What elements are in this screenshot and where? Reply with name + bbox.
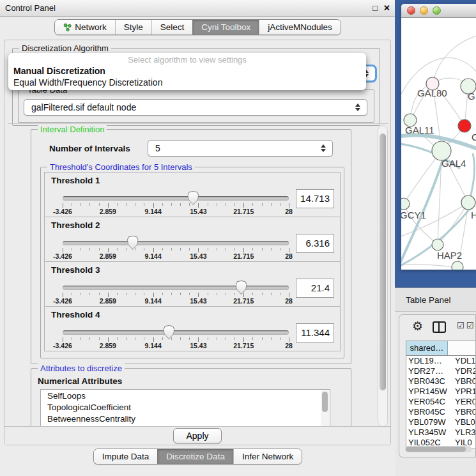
stepper-icon — [355, 103, 361, 112]
tick-mark — [234, 248, 235, 250]
cell-name: YDL1 — [452, 356, 476, 366]
tab-style[interactable]: Style — [115, 20, 151, 35]
panel-scrollbar[interactable] — [378, 125, 388, 427]
number-of-intervals-value: 5 — [155, 141, 160, 156]
tick-mark — [243, 203, 244, 208]
gear-icon[interactable]: ⚙ — [412, 319, 423, 334]
apply-bar: Apply — [4, 426, 390, 445]
scale-label: -3.426 — [53, 297, 72, 305]
network-node — [452, 261, 463, 270]
tab-discretize-data-label: Discretize Data — [166, 452, 225, 461]
slider-track[interactable] — [63, 196, 289, 201]
close-icon[interactable]: ✕ — [383, 0, 390, 17]
tab-infer-network-label: Infer Network — [242, 452, 293, 461]
cell-name: YDR2 — [452, 366, 476, 376]
slider-track[interactable] — [63, 286, 289, 290]
network-node-label: GCY1 — [401, 210, 426, 220]
tick-mark — [289, 293, 289, 297]
slider-scale: -3.4262.8599.14415.4321.71528 — [63, 297, 289, 305]
tick-mark — [99, 203, 100, 206]
network-node — [432, 239, 443, 250]
tab-impute-data[interactable]: Impute Data — [94, 449, 158, 464]
tick-mark — [271, 248, 272, 250]
split-view-icon[interactable] — [433, 321, 446, 333]
dropdown-item-manual-discretization[interactable]: Manual Discretization — [8, 65, 366, 77]
mac-close-icon[interactable] — [407, 6, 415, 15]
attribute-item[interactable]: TopologicalCoefficient — [41, 401, 330, 413]
float-window-icon[interactable]: □ — [372, 0, 378, 17]
threshold-value-field[interactable]: 11.344 — [296, 323, 334, 342]
tick-mark — [117, 293, 118, 295]
table-row[interactable]: YBR043CYBR0 — [406, 376, 476, 387]
threshold-panel: Threshold 1-3.4262.8599.14415.4321.71528… — [44, 172, 341, 217]
scale-label: 2.859 — [100, 342, 116, 349]
table-data-combobox[interactable]: galFiltered.sif default node — [24, 99, 367, 116]
tick-mark — [280, 293, 280, 295]
tick-mark — [171, 203, 172, 206]
list-scrollbar[interactable] — [321, 390, 329, 427]
tab-discretize-data[interactable]: Discretize Data — [157, 449, 233, 464]
apply-button[interactable]: Apply — [173, 428, 221, 443]
tick-mark — [262, 337, 263, 340]
tick-mark — [126, 248, 127, 250]
attribute-item[interactable]: SelfLoops — [41, 390, 330, 401]
network-window-titlebar — [401, 4, 476, 18]
threshold-panel: Threshold 3-3.4262.8599.14415.4321.71528… — [44, 261, 341, 307]
threshold-value-field[interactable]: 6.316 — [296, 234, 334, 253]
scale-label: 28 — [285, 342, 293, 349]
scale-label: -3.426 — [53, 252, 72, 260]
table-horizontal-scrollbar[interactable] — [405, 446, 472, 452]
tick-mark — [234, 337, 235, 340]
tick-mark — [162, 337, 163, 340]
threshold-panel: Threshold 4-3.4262.8599.14415.4321.71528… — [44, 306, 341, 351]
tick-mark — [252, 203, 253, 206]
scale-label: -3.426 — [53, 208, 72, 215]
mac-zoom-icon[interactable] — [433, 6, 441, 15]
number-of-intervals-combobox[interactable]: 5 — [148, 140, 333, 157]
slider-track[interactable] — [63, 241, 289, 245]
tab-infer-network[interactable]: Infer Network — [233, 449, 302, 464]
column-header-shared[interactable]: shared… — [406, 341, 448, 355]
stepper-icon — [321, 144, 326, 153]
table-row[interactable]: YDR27…YDR2 — [406, 366, 476, 376]
tick-mark — [126, 293, 127, 295]
cell-name: YER0 — [452, 397, 476, 407]
attribute-item[interactable]: BetweennessCentrality — [41, 413, 330, 424]
tick-mark — [162, 203, 163, 206]
table-row[interactable]: YBL079WYBL0 — [406, 417, 476, 427]
tick-mark — [153, 293, 154, 297]
dropdown-item-equal-width-frequency[interactable]: Equal Width/Frequency Discretization — [8, 77, 366, 88]
tab-select[interactable]: Select — [151, 20, 193, 35]
tick-mark — [153, 248, 154, 252]
table-row[interactable]: YLR345WYLR3 — [406, 427, 476, 438]
table-row[interactable]: YDL19…YDL1 — [406, 356, 476, 366]
interval-definition-group: Interval Definition Number of Intervals … — [31, 129, 351, 364]
tick-mark — [180, 293, 181, 295]
tick-mark — [63, 203, 63, 208]
tab-jactivemnodules[interactable]: jActiveMNodules — [259, 20, 341, 35]
column-header-name[interactable]: n — [448, 341, 476, 355]
tick-mark — [234, 293, 235, 295]
threshold-value-field[interactable]: 14.713 — [296, 189, 334, 208]
tab-network[interactable]: Network — [55, 20, 115, 35]
attributes-group: Attributes to discretize Numerical Attri… — [31, 368, 351, 427]
tick-mark — [226, 203, 226, 206]
network-canvas[interactable]: GAL80GCGAL11GAL4GCY1HHAP2 — [401, 18, 476, 270]
threshold-value-field[interactable]: 21.4 — [296, 279, 334, 298]
number-of-intervals-label: Number of Intervals — [49, 144, 130, 153]
slider-track[interactable] — [63, 330, 289, 335]
scale-label: 21.715 — [233, 208, 254, 215]
tab-cyni-toolbox-label: Cyni Toolbox — [201, 22, 250, 32]
table-row[interactable]: YPR145WYPR1 — [406, 387, 476, 397]
table-row[interactable]: YER054CYER0 — [406, 397, 476, 407]
tick-mark — [63, 337, 63, 342]
table-rows: YDL19…YDL1YDR27…YDR2YBR043CYBR0YPR145WYP… — [406, 356, 476, 448]
tab-cyni-toolbox[interactable]: Cyni Toolbox — [192, 20, 259, 35]
tick-mark — [252, 337, 253, 340]
mac-minimize-icon[interactable] — [420, 6, 428, 15]
scale-label: 2.859 — [100, 252, 116, 260]
checkbox-icons[interactable]: ☑☑ — [457, 321, 475, 330]
table-row[interactable]: YBR045CYBR0 — [406, 407, 476, 417]
tick-mark — [289, 248, 289, 252]
numerical-attributes-list[interactable]: SelfLoopsTopologicalCoefficientBetweenne… — [40, 389, 330, 427]
